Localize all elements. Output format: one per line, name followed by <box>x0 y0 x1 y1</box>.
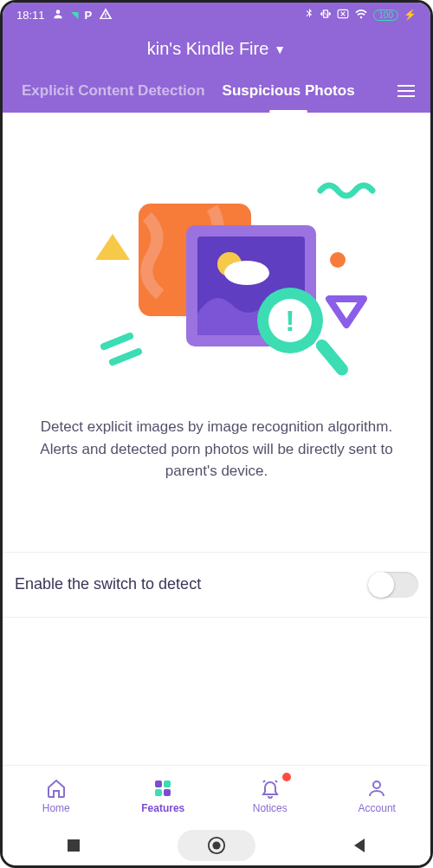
device-title: kin's Kindle Fire <box>147 39 269 59</box>
notification-icon: ◥ <box>71 10 78 21</box>
svg-marker-23 <box>354 839 365 852</box>
svg-point-19 <box>373 781 380 788</box>
close-box-icon <box>337 9 349 22</box>
status-time: 18:11 <box>16 9 45 22</box>
svg-rect-16 <box>164 781 171 787</box>
wifi-icon <box>354 8 368 23</box>
enable-detect-row: Enable the switch to detect <box>3 552 430 618</box>
warning-icon <box>99 7 113 23</box>
feature-description: Detect explicit images by image recognit… <box>29 416 404 483</box>
svg-text:!: ! <box>285 304 294 337</box>
nav-notices[interactable]: Notices <box>216 766 324 826</box>
bluetooth-icon <box>304 8 314 23</box>
tab-suspicious-photos[interactable]: Suspicious Photos <box>214 69 364 113</box>
svg-point-10 <box>224 261 269 285</box>
enable-detect-label: Enable the switch to detect <box>15 575 201 593</box>
svg-rect-20 <box>68 839 80 852</box>
status-bar: 18:11 ◥ P 100 ⚡ <box>3 3 430 27</box>
svg-rect-18 <box>164 789 171 796</box>
nav-home[interactable]: Home <box>3 766 110 826</box>
bottom-nav: Home Features Notices Account <box>3 765 430 826</box>
svg-rect-15 <box>155 781 162 787</box>
sys-recent-button[interactable] <box>35 830 113 861</box>
vibrate-icon <box>320 8 332 23</box>
device-selector[interactable]: kin's Kindle Fire ▼ <box>3 36 430 69</box>
account-icon <box>365 777 388 800</box>
chevron-down-icon: ▼ <box>274 42 286 56</box>
profile-icon <box>52 8 64 23</box>
sys-back-button[interactable] <box>320 830 398 861</box>
tab-bar: Explicit Content Detection Suspicious Ph… <box>3 69 430 113</box>
enable-detect-switch[interactable] <box>368 572 418 598</box>
svg-point-22 <box>212 841 220 849</box>
svg-marker-5 <box>329 299 364 325</box>
battery-icon: 100 <box>373 10 398 21</box>
svg-rect-17 <box>155 789 162 796</box>
svg-marker-3 <box>95 234 130 260</box>
bell-icon <box>259 777 281 800</box>
menu-icon[interactable] <box>392 81 420 100</box>
tab-explicit-content[interactable]: Explicit Content Detection <box>13 69 214 113</box>
charging-icon: ⚡ <box>404 9 417 21</box>
svg-point-4 <box>330 252 346 268</box>
p-icon: P <box>85 9 93 22</box>
system-nav <box>3 826 430 865</box>
svg-rect-13 <box>313 337 351 378</box>
notification-badge <box>282 773 291 781</box>
nav-account[interactable]: Account <box>324 766 431 826</box>
illustration: ! <box>29 147 404 407</box>
features-icon <box>152 777 174 800</box>
home-icon <box>45 777 68 800</box>
sys-home-button[interactable] <box>178 830 255 861</box>
nav-features[interactable]: Features <box>110 766 217 826</box>
switch-knob <box>368 572 394 598</box>
main-content: ! Detect explicit images by image recogn… <box>3 113 430 500</box>
svg-point-0 <box>55 10 60 14</box>
app-header: kin's Kindle Fire ▼ Explicit Content Det… <box>3 27 430 113</box>
